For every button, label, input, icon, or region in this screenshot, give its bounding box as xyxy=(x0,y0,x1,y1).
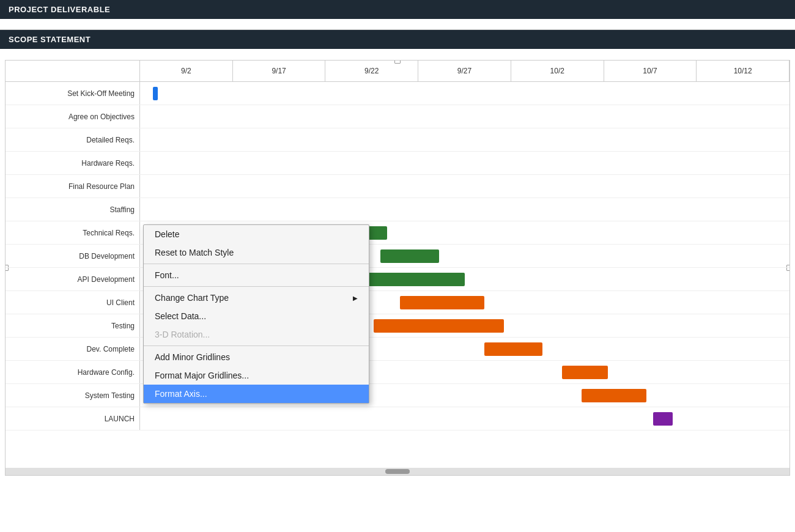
date-header: 9/2 9/17 9/22 9/27 10/2 10/7 10/12 xyxy=(6,61,789,82)
row-bars-staffing xyxy=(140,198,789,221)
row-label-resource: Final Resource Plan xyxy=(6,175,140,198)
cm-format-axis[interactable]: Format Axis... xyxy=(144,385,369,403)
cm-font[interactable]: Font... xyxy=(144,266,369,284)
gantt-row-hw-config: Hardware Config. xyxy=(6,361,789,384)
row-bars-kickoff xyxy=(140,82,789,105)
row-label-launch: LAUNCH xyxy=(6,407,140,430)
gap-2 xyxy=(0,49,795,60)
gantt-row-testing: Testing xyxy=(6,314,789,338)
gantt-row-staffing: Staffing xyxy=(6,198,789,221)
gantt-row-hw-reqs: Hardware Reqs. xyxy=(6,152,789,175)
cm-format-major-gridlines[interactable]: Format Major Gridlines... xyxy=(144,366,369,385)
row-label-system-testing: System Testing xyxy=(6,384,140,407)
row-label-kickoff: Set Kick-Off Meeting xyxy=(6,82,140,105)
row-label-dev-complete: Dev. Complete xyxy=(6,338,140,360)
dates-area: 9/2 9/17 9/22 9/27 10/2 10/7 10/12 xyxy=(140,61,789,81)
row-bars-launch xyxy=(140,407,789,430)
date-col-3: 9/22 xyxy=(325,61,418,81)
row-bars-detailed xyxy=(140,128,789,151)
row-label-staffing: Staffing xyxy=(6,198,140,221)
gantt-row-resource: Final Resource Plan xyxy=(6,175,789,198)
row-label-db-dev: DB Development xyxy=(6,245,140,267)
row-label-api-dev: API Development xyxy=(6,268,140,290)
row-label-detailed: Detailed Reqs. xyxy=(6,128,140,151)
scrollbar-horizontal[interactable] xyxy=(6,468,789,475)
label-header xyxy=(6,61,140,81)
chart-container: 9/2 9/17 9/22 9/27 10/2 10/7 10/12 Set K… xyxy=(5,60,790,476)
cm-3d-rotation: 3-D Rotation... xyxy=(144,325,369,344)
cm-change-chart-type[interactable]: Change Chart Type ▶ xyxy=(144,289,369,307)
gantt-row-db-dev: DB Development xyxy=(6,245,789,268)
context-menu: Delete Reset to Match Style Font... Chan… xyxy=(143,224,369,404)
row-label-objectives: Agree on Objectives xyxy=(6,105,140,128)
bar-system-testing xyxy=(582,389,646,402)
bar-api-dev xyxy=(361,273,465,286)
gantt-row-launch: LAUNCH xyxy=(6,407,789,430)
gantt-row-detailed: Detailed Reqs. xyxy=(6,128,789,152)
scope-statement-header: SCOPE STATEMENT xyxy=(0,30,795,49)
cm-change-chart-type-label: Change Chart Type xyxy=(155,293,229,303)
cm-select-data[interactable]: Select Data... xyxy=(144,307,369,325)
row-label-hw-config: Hardware Config. xyxy=(6,361,140,383)
row-label-testing: Testing xyxy=(6,314,140,337)
cm-add-minor-gridlines[interactable]: Add Minor Gridlines xyxy=(144,348,369,366)
date-col-2: 9/17 xyxy=(233,61,326,81)
date-col-5: 10/2 xyxy=(511,61,604,81)
gantt-row-api-dev: API Development xyxy=(6,268,789,291)
row-label-tech-reqs: Technical Reqs. xyxy=(6,221,140,244)
cm-change-chart-type-arrow: ▶ xyxy=(353,295,358,301)
row-bars-resource xyxy=(140,175,789,198)
project-deliverable-header: PROJECT DELIVERABLE xyxy=(0,0,795,19)
bar-launch xyxy=(653,412,673,426)
cm-sep-3 xyxy=(144,345,369,346)
row-label-ui-client: UI Client xyxy=(6,291,140,314)
row-label-hw-reqs: Hardware Reqs. xyxy=(6,152,140,174)
row-bars-objectives xyxy=(140,105,789,128)
date-col-6: 10/7 xyxy=(604,61,697,81)
bar-testing xyxy=(374,319,503,333)
date-col-1: 9/2 xyxy=(140,61,233,81)
gantt-row-kickoff: Set Kick-Off Meeting xyxy=(6,82,789,105)
scrollbar-thumb-h[interactable] xyxy=(385,469,410,474)
cm-sep-2 xyxy=(144,286,369,287)
bar-dev-complete xyxy=(484,342,543,356)
gantt-row-dev-complete: Dev. Complete xyxy=(6,338,789,361)
gantt-row-tech-reqs: Technical Reqs. xyxy=(6,221,789,245)
row-bars-hw-reqs xyxy=(140,152,789,174)
bar-hw-config xyxy=(562,366,607,379)
cm-reset-style[interactable]: Reset to Match Style xyxy=(144,243,369,262)
gantt-row-objectives: Agree on Objectives xyxy=(6,105,789,128)
gantt-row-ui-client: UI Client xyxy=(6,291,789,314)
cm-delete[interactable]: Delete xyxy=(144,225,369,243)
date-col-4: 9/27 xyxy=(418,61,511,81)
gap-1 xyxy=(0,19,795,30)
cm-sep-1 xyxy=(144,264,369,264)
gantt-row-system-testing: System Testing xyxy=(6,384,789,407)
bar-db-dev xyxy=(380,249,439,263)
bar-kickoff xyxy=(153,87,158,100)
bar-ui-client xyxy=(400,296,484,309)
date-col-7: 10/12 xyxy=(697,61,789,81)
